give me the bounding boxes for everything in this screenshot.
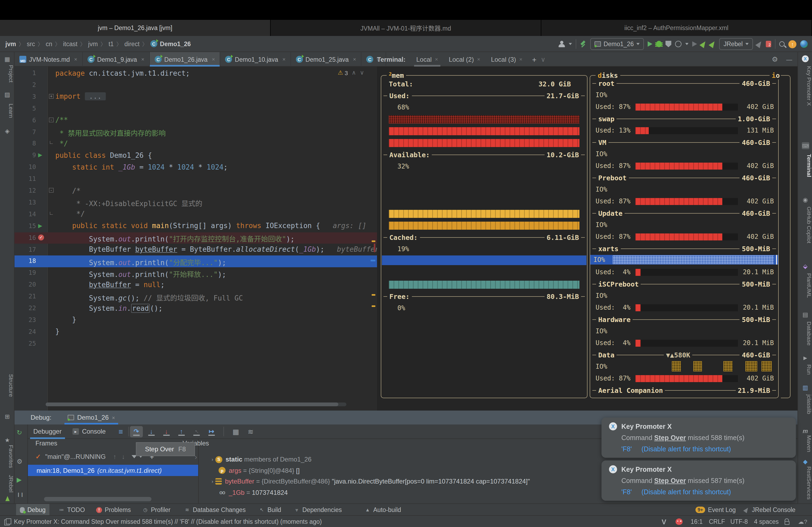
tool-window-button-debug[interactable]: Debug [16, 504, 49, 516]
jrebel-console-button[interactable]: JRebel Console [740, 504, 799, 516]
chevron-down-icon[interactable]: ∨ [541, 56, 546, 63]
tool-button-terminal[interactable]: Terminal [798, 154, 812, 177]
tool-button-github-copilot[interactable]: GitHub Copilot [798, 207, 812, 243]
lock-icon[interactable] [785, 516, 789, 527]
breakpoint-icon[interactable]: ✓ [38, 234, 44, 240]
database-icon[interactable]: ▤ [801, 311, 809, 319]
maven-icon[interactable]: m [801, 427, 809, 435]
gear-icon[interactable]: ⚙ [772, 55, 778, 63]
close-icon[interactable]: × [74, 56, 77, 62]
window-tab[interactable]: JVMAll – JVM-01-程序计数器.md [271, 20, 541, 36]
terminal-tab[interactable]: Local (3)× [485, 52, 528, 66]
layout-settings-icon[interactable]: ≋ [248, 427, 253, 436]
coverage-button[interactable] [665, 41, 671, 47]
breadcrumb-item[interactable]: src [27, 41, 35, 47]
key-promoter-icon[interactable]: X [801, 55, 809, 63]
fold-marker-icon[interactable]: ∟ [49, 211, 54, 216]
error-stripe[interactable] [371, 66, 376, 410]
terminal-panel[interactable]: 2memTotal:32.0 GiBUsed:21.7-GiB68%Availa… [377, 66, 798, 410]
window-tab[interactable]: iicc_inf2 – AuthPermissionMapper.xml [541, 20, 812, 36]
line-ending[interactable]: CRLF [709, 516, 725, 527]
jrebel-run-button[interactable] [699, 40, 708, 48]
code-line[interactable]: 13 * -XX:+DisableExplicitGC 显式的 [14, 197, 377, 209]
update-icon[interactable]: ↑ [788, 40, 796, 48]
tool-button-favorites[interactable]: Favorites [0, 445, 14, 468]
code-line[interactable]: 5 [14, 103, 377, 115]
step-out-button[interactable]: ↑ [175, 426, 188, 437]
tool-button-learn[interactable]: Learn [0, 104, 14, 118]
breadcrumb-item[interactable]: Demo1_26 [160, 41, 191, 47]
editor-tab[interactable]: CDemo1_10.java× [220, 52, 291, 66]
frames-hscrollbar[interactable] [44, 497, 151, 501]
resume-icon[interactable]: ▶ [17, 476, 21, 483]
folder-icon[interactable]: ▨ [3, 91, 11, 99]
jrebel-rocket-icon[interactable] [3, 494, 11, 502]
run-to-cursor-button[interactable]: ↦ [205, 426, 218, 437]
code-editor[interactable]: 1package cn.itcast.jvm.t1.direct;23+impo… [14, 66, 377, 410]
editor-hscrollbar[interactable] [46, 403, 346, 406]
tool-window-button-dependencies[interactable]: ⩔Dependencies [290, 504, 346, 516]
code-line[interactable]: 7 * 禁用显式回收对直接内存的影响 [14, 126, 377, 138]
code-line[interactable]: 1package cn.itcast.jvm.t1.direct; [14, 67, 377, 79]
settings-wrench-icon[interactable]: ⚙ [17, 458, 23, 465]
code-line[interactable]: 2 [14, 79, 377, 91]
plantuml-icon[interactable]: ⬙ [801, 262, 809, 270]
close-icon[interactable]: × [141, 56, 144, 62]
caret-position[interactable]: 16:1 [691, 516, 703, 527]
close-icon[interactable]: × [282, 56, 286, 62]
code-line[interactable]: 14∟ */ [14, 209, 377, 221]
help-cloud-icon[interactable]: ☁? [798, 516, 807, 527]
terminal-icon[interactable]: ⌨ [802, 142, 809, 149]
terminal-tab[interactable]: Local (2)× [443, 52, 485, 66]
breadcrumb-item[interactable]: t1 [108, 41, 114, 47]
code-line[interactable]: 23 } [14, 315, 377, 326]
github-copilot-icon[interactable]: ◉ [801, 196, 809, 204]
star-icon[interactable]: ★ [3, 436, 11, 445]
code-line[interactable]: 17 ByteBuffer byteBuffer = ByteBuffer.al… [14, 244, 377, 256]
code-line[interactable]: 3+import ... [14, 91, 377, 103]
selected-frame[interactable]: main:18, Demo1_26 (cn.itcast.jvm.t1.dire… [28, 465, 198, 476]
code-line[interactable]: 15▶ public static void main(String[] arg… [14, 220, 377, 232]
code-line[interactable]: 8∟ */ [14, 138, 377, 150]
tool-window-button-database-changes[interactable]: ≋Database Changes [180, 504, 249, 516]
drop-frame-button[interactable]: ↑ [190, 426, 203, 437]
pause-icon[interactable]: ❙❙ [17, 492, 24, 497]
new-terminal-icon[interactable]: + [532, 55, 536, 64]
editor-tab[interactable]: CDemo1_25.java× [291, 52, 361, 66]
breadcrumb-item[interactable]: direct [124, 41, 139, 47]
search-icon[interactable] [779, 41, 785, 47]
terminal-tab[interactable]: Local× [411, 52, 443, 66]
project-icon[interactable]: ▦ [3, 55, 11, 63]
tool-button-jclasslib[interactable]: jclasslib [798, 394, 812, 414]
indent-setting[interactable]: 4 spaces [754, 516, 779, 527]
close-icon[interactable]: × [519, 56, 523, 62]
down-icon[interactable]: ↓ [122, 453, 125, 461]
status-message[interactable]: Key Promoter X: Command Step Over missed… [14, 518, 322, 525]
breadcrumb-item[interactable]: jvm [5, 41, 16, 47]
vim-icon[interactable]: V [662, 516, 666, 527]
chevron-expand-icon[interactable]: › [212, 479, 213, 484]
close-icon[interactable]: × [435, 56, 438, 62]
run-gutter-icon[interactable]: ▶ [38, 223, 42, 228]
tool-button-structure[interactable]: Structure [0, 374, 14, 397]
code-line[interactable]: 12- /* [14, 185, 377, 197]
disable-alert-link[interactable]: (Disable alert for this shortcut) [641, 446, 731, 453]
tool-button-restservices[interactable]: RestServices [798, 466, 812, 500]
windows-icon[interactable]: ⊞ [3, 413, 11, 421]
plugin-face-icon[interactable] [676, 516, 683, 527]
code-line[interactable]: 10 static int _1Gb = 1024 * 1024 * 1024; [14, 162, 377, 174]
variable-row[interactable]: oo_1Gb = 1073741824 [212, 487, 288, 498]
chevron-down-icon[interactable] [685, 43, 688, 45]
tool-button-key-promoter-x[interactable]: Key Promoter X [798, 66, 812, 106]
editor-tab[interactable]: CDemo1_9.java× [83, 52, 150, 66]
close-icon[interactable]: × [112, 415, 115, 420]
code-line[interactable]: 25 [14, 338, 377, 350]
chevron-down-icon[interactable] [569, 43, 572, 45]
variable-row[interactable]: ›byteBuffer = {DirectByteBuffer@486} "ja… [212, 476, 530, 487]
step-into-button[interactable]: ↓ [145, 426, 158, 437]
run-config-selector[interactable]: Demo1_26 [590, 38, 644, 50]
tool-window-button-problems[interactable]: !Problems [92, 504, 134, 516]
tab-debugger[interactable]: Debugger [28, 424, 67, 439]
rerun-icon[interactable]: ↻ [17, 429, 22, 436]
code-line[interactable]: 22 System.in.read(); [14, 303, 377, 315]
